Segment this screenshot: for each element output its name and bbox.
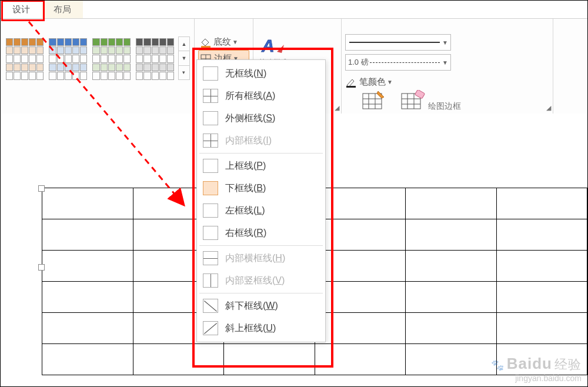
border-icon-inside: [203, 134, 218, 148]
table-cell[interactable]: [42, 219, 133, 251]
border-menu-outside[interactable]: 外侧框线(S): [197, 107, 325, 129]
gallery-up-icon[interactable]: ▲: [179, 37, 189, 51]
table-cell[interactable]: [315, 188, 406, 219]
table-cell[interactable]: [496, 282, 587, 313]
menu-item-label: 斜上框线(U): [225, 322, 276, 335]
table-cell[interactable]: [406, 188, 497, 219]
table-cell[interactable]: [496, 188, 587, 219]
border-icon-diag1: [203, 299, 218, 313]
border-icon-diag2: [203, 321, 218, 335]
dialog-launcher-icon[interactable]: ◢: [335, 104, 339, 112]
shading-button[interactable]: 底纹 ▼: [198, 34, 249, 50]
tab-design[interactable]: 设计: [1, 1, 42, 18]
table-cell[interactable]: [315, 313, 406, 344]
table-cell[interactable]: [315, 251, 406, 282]
border-menu-all[interactable]: 所有框线(A): [197, 85, 325, 107]
ribbon-tabs: 设计 布局: [1, 1, 587, 19]
menu-separator: [199, 245, 323, 246]
tab-layout[interactable]: 布局: [42, 1, 83, 18]
chevron-down-icon: ▼: [442, 59, 448, 66]
border-menu-none[interactable]: 无框线(N): [197, 62, 325, 85]
table-cell[interactable]: [406, 282, 497, 313]
pen-icon: [345, 77, 357, 88]
watermark-brand-cn: 经验: [554, 356, 582, 373]
border-menu-inside: 内部框线(I): [197, 129, 325, 152]
table-cell[interactable]: [496, 251, 587, 282]
menu-item-label: 内部竖框线(V): [225, 275, 285, 287]
chevron-down-icon: ▼: [232, 39, 238, 45]
svg-rect-0: [201, 46, 211, 48]
svg-rect-20: [415, 90, 425, 99]
group-label: 绘图边框: [342, 101, 547, 112]
line-style-preview: [349, 42, 440, 43]
watermark-url: jingyan.baidu.com: [491, 373, 582, 383]
menu-item-label: 右框线(R): [225, 227, 266, 239]
paint-bucket-icon: [199, 37, 211, 48]
wordart-icon: A: [260, 34, 286, 58]
border-icon-outside: [203, 111, 218, 125]
line-weight-value: 1.0 磅: [348, 57, 369, 68]
border-menu-ih: 内部横框线(H): [197, 247, 325, 269]
table-cell[interactable]: [406, 313, 497, 344]
table-cell[interactable]: [42, 344, 133, 375]
pen-color-label: 笔颜色: [359, 76, 386, 88]
table-style-gallery[interactable]: ▲ ▼ ▾: [4, 21, 190, 81]
table-cell[interactable]: [406, 219, 497, 251]
shading-label: 底纹: [213, 36, 231, 48]
group-draw-borders: ▼ 1.0 磅 ▼ 笔颜色 ▼ 绘制表格: [342, 19, 553, 114]
table-cell[interactable]: [315, 344, 406, 375]
table-style-thumb[interactable]: [4, 36, 45, 81]
chevron-down-icon: ▼: [442, 39, 448, 46]
table-cell[interactable]: [406, 251, 497, 282]
dialog-launcher-icon[interactable]: ◢: [546, 104, 551, 112]
paw-icon: 🐾: [491, 359, 505, 372]
table-cell[interactable]: [42, 251, 133, 282]
table-cell[interactable]: [315, 282, 406, 313]
line-style-select[interactable]: ▼: [345, 34, 451, 51]
menu-item-label: 斜下框线(W): [225, 300, 278, 312]
line-weight-preview: [370, 62, 440, 63]
border-icon-ih: [203, 251, 218, 265]
border-menu-left[interactable]: 左框线(L): [197, 199, 325, 222]
table-cell[interactable]: [315, 219, 406, 251]
gallery-more-icon[interactable]: ▾: [179, 66, 189, 79]
border-menu-iv: 内部竖框线(V): [197, 269, 325, 292]
border-icon-bottom: [203, 181, 218, 195]
menu-item-label: 内部框线(I): [225, 135, 272, 147]
group-table-styles: ▲ ▼ ▾: [1, 19, 195, 114]
selection-handle[interactable]: [38, 185, 45, 192]
table-cell[interactable]: [496, 219, 587, 251]
border-menu-right[interactable]: 右框线(R): [197, 222, 325, 244]
border-menu-bottom[interactable]: 下框线(B): [197, 177, 325, 199]
table-cell[interactable]: [133, 344, 224, 375]
pen-color-button[interactable]: 笔颜色 ▼: [345, 74, 451, 90]
selection-handle[interactable]: [38, 264, 45, 271]
table-cell[interactable]: [224, 344, 315, 375]
border-icon-top: [203, 159, 218, 173]
table-cell[interactable]: [42, 282, 133, 313]
border-menu-diag_down[interactable]: 斜下框线(W): [197, 295, 325, 317]
table-cell[interactable]: [406, 344, 497, 375]
menu-item-label: 下框线(B): [225, 182, 266, 195]
border-icon-none: [203, 66, 218, 81]
table-style-thumb[interactable]: [48, 36, 89, 81]
table-cell[interactable]: [42, 313, 133, 344]
table-style-thumb[interactable]: [91, 36, 132, 81]
border-icon-all: [203, 89, 218, 103]
table-style-thumb[interactable]: [135, 36, 176, 81]
menu-item-label: 上框线(P): [225, 160, 266, 172]
svg-text:A: A: [261, 36, 275, 55]
gallery-spinner: ▲ ▼ ▾: [178, 36, 190, 80]
chevron-down-icon: ▼: [387, 79, 393, 85]
menu-item-label: 内部横框线(H): [225, 252, 285, 265]
svg-rect-9: [346, 86, 356, 88]
border-menu-diag_up[interactable]: 斜上框线(U): [197, 317, 325, 339]
border-icon-right-b: [203, 226, 218, 240]
table-cell[interactable]: [42, 188, 133, 219]
line-weight-select[interactable]: 1.0 磅 ▼: [345, 54, 451, 71]
border-menu-top[interactable]: 上框线(P): [197, 155, 325, 177]
table-cell[interactable]: [496, 313, 587, 344]
border-icon-iv: [203, 273, 218, 288]
border-dropdown-menu: 无框线(N)所有框线(A)外侧框线(S)内部框线(I)上框线(P)下框线(B)左…: [196, 59, 326, 342]
gallery-down-icon[interactable]: ▼: [179, 51, 189, 65]
